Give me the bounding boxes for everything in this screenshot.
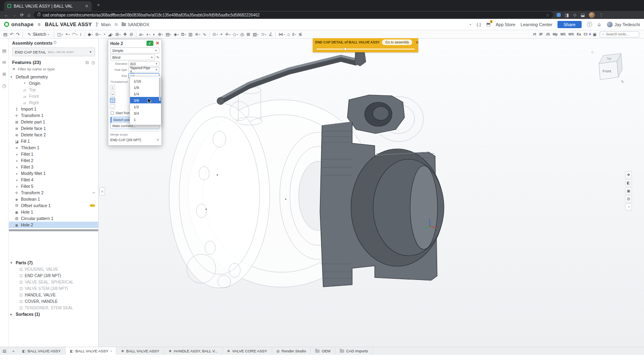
valve-handle[interactable] xyxy=(217,47,366,105)
browser-profile-avatar[interactable] xyxy=(589,12,595,18)
dropdown-scrollbar[interactable] xyxy=(159,78,161,101)
panel-toggle-icon[interactable]: ▤ xyxy=(2,32,8,37)
feature-row[interactable]: ◉Hole 2 xyxy=(9,222,98,228)
hole-profile-tapered-icon[interactable]: ▽ xyxy=(110,98,115,103)
puzzle-extensions-icon[interactable]: ⊹ xyxy=(573,13,576,17)
tool-badge[interactable]: #t xyxy=(533,32,536,36)
updates-icon[interactable]: ⬒1 xyxy=(486,22,490,27)
feature-row[interactable]: ◪Fill 1 xyxy=(9,138,98,144)
view-rotate-icon[interactable]: ↻ xyxy=(621,80,624,84)
outline-icon[interactable]: ▤ xyxy=(2,48,6,53)
element-tab[interactable]: OEM xyxy=(311,347,335,355)
feature-row[interactable]: ✛Transform 2⊸ xyxy=(9,189,98,196)
share-button[interactable]: Share xyxy=(557,21,581,28)
feature-row[interactable]: ▱Right xyxy=(9,99,98,106)
url-field[interactable]: cad.onshape.com/documents/aa368adffbecbe… xyxy=(34,12,553,18)
tool-icon[interactable]: ◔ xyxy=(102,32,106,37)
viewcube-top-label[interactable]: Top xyxy=(607,57,611,60)
home-icon[interactable]: ⌂ xyxy=(27,13,30,17)
feature-row[interactable]: ▾Default geometry xyxy=(9,74,98,80)
tool-icon[interactable]: ◖▾ xyxy=(145,32,151,37)
end-cap-part[interactable] xyxy=(320,95,444,287)
size-option[interactable]: 3/4 xyxy=(130,110,161,116)
element-tab[interactable]: CAD Imports xyxy=(335,347,373,355)
tool-icon[interactable]: ◆▾ xyxy=(87,32,93,37)
tool-icon[interactable]: ⊞▾ xyxy=(115,32,122,37)
automation-icon[interactable]: ▣ xyxy=(593,32,597,37)
remove-icon[interactable]: ✕ xyxy=(156,138,159,142)
tool-icon[interactable]: ⊠ xyxy=(246,32,251,37)
feature-row[interactable]: ↧Import 1 xyxy=(9,106,98,112)
tool-icon[interactable]: ∠ xyxy=(268,32,273,37)
element-tab[interactable]: ◧BALL VALVE ASSY xyxy=(18,347,66,355)
history-icon[interactable]: ◷ xyxy=(2,83,6,88)
go-to-assembly-button[interactable]: Go to assembly xyxy=(382,39,412,45)
tool-icon[interactable]: ⌀▾ xyxy=(138,32,144,37)
tool-icon[interactable]: ⊚▾ xyxy=(94,32,101,37)
hole-termination-select[interactable]: Blind▼ xyxy=(110,54,155,60)
part-row[interactable]: ◫TENSIONER, STEM SEAL xyxy=(9,304,98,311)
size-option[interactable]: 1 xyxy=(130,116,161,123)
size-option[interactable]: 1/2 xyxy=(130,103,161,110)
hole-profile-counterbore-icon[interactable]: ⊔ xyxy=(110,91,115,97)
assembly-context-select[interactable]: END CAP DETAIL BALL VALVE ASSY ▼ xyxy=(12,47,95,56)
feature-row[interactable]: ▱Front xyxy=(9,93,98,99)
tool-icon[interactable]: ❖ xyxy=(122,32,128,37)
feature-row[interactable]: ◖Fillet 3 xyxy=(9,164,98,170)
size-option[interactable]: 3/8 xyxy=(130,97,161,103)
tool-icon[interactable]: ≀ xyxy=(79,32,83,37)
close-tab-icon[interactable]: ✕ xyxy=(85,4,89,9)
add-tab-icon[interactable]: ＋ xyxy=(9,347,18,355)
chevron-down-icon[interactable]: ▾ xyxy=(10,75,14,79)
cancel-button[interactable]: ✕ xyxy=(156,41,159,46)
named-views-icon[interactable]: ⊞ xyxy=(625,195,632,202)
hole-profile-countersink-icon[interactable]: ◡ xyxy=(110,104,115,109)
tool-icon[interactable]: ◇▾ xyxy=(232,32,238,37)
element-tab[interactable]: ◧BALL VALVE ASSY▾ xyxy=(66,347,117,355)
size-option[interactable]: 1/8 xyxy=(130,84,161,90)
hole-style-select[interactable]: Simple▼ xyxy=(110,47,159,53)
ai-assistant-icon[interactable]: ✦ xyxy=(588,32,592,37)
browser-tab[interactable]: BALL VALVE ASSY | BALL VAL ✕ xyxy=(4,1,92,11)
feature-row[interactable]: ⊗Delete face 2 xyxy=(9,132,98,138)
panel-resize-handle[interactable]: ≡ xyxy=(99,187,105,195)
feature-row[interactable]: ◖Fillet 2 xyxy=(9,157,98,164)
graphics-area[interactable]: Front Top ⌂ ↻ xyxy=(99,39,644,347)
accept-button[interactable]: ✓ xyxy=(147,41,153,46)
workspace-selector[interactable]: Main xyxy=(96,22,111,27)
extension-icon[interactable] xyxy=(557,13,561,17)
tool-icon[interactable]: ∿ xyxy=(202,32,207,37)
tool-badge[interactable]: JS xyxy=(546,32,550,36)
feature-row[interactable]: ⌖Origin xyxy=(9,80,98,86)
forward-icon[interactable]: → xyxy=(12,13,17,17)
tool-badge[interactable]: 3F xyxy=(539,32,543,36)
browser-menu-icon[interactable]: ⋮ xyxy=(599,13,603,17)
new-tab-button[interactable]: ＋ xyxy=(96,1,101,8)
app-store-link[interactable]: App Store xyxy=(495,22,515,27)
element-tab[interactable]: ❖VALVE CORE ASSY xyxy=(223,347,272,355)
redo-icon[interactable]: ↷ xyxy=(15,32,21,37)
tool-icon[interactable]: ▧▾ xyxy=(252,32,259,37)
custom-tables-icon[interactable]: ⊞ xyxy=(2,72,6,77)
feature-row[interactable]: ⧉Offset surface 1 xyxy=(9,202,98,209)
filter-list-icon[interactable]: ⊟ xyxy=(85,60,89,65)
performance-icon[interactable]: ◔ xyxy=(469,22,471,27)
tool-icon[interactable]: ✛▾ xyxy=(224,32,231,37)
search-tools-box[interactable]: ⌕ xyxy=(600,31,639,37)
parts-header[interactable]: ▾ Parts (7) xyxy=(9,259,98,266)
element-tab[interactable]: ◍Render Studio xyxy=(272,347,311,355)
help-icon[interactable]: ? xyxy=(587,22,592,27)
tool-icon[interactable]: ◫▾ xyxy=(56,32,64,37)
checkbox[interactable] xyxy=(111,111,114,115)
feature-row[interactable]: ◖Fillet 5 xyxy=(9,183,98,189)
parent-folder-link[interactable]: SANDBOX xyxy=(122,22,149,27)
search-tools-input[interactable] xyxy=(606,32,637,36)
feature-row[interactable]: ✛Transform 1 xyxy=(9,112,98,119)
user-menu[interactable]: Jay Tedeschi xyxy=(607,22,640,27)
size-option[interactable]: 1/16 xyxy=(130,78,161,84)
dev-tools-icon[interactable]: {-} xyxy=(477,22,481,27)
copy-link-icon[interactable]: ⧉ xyxy=(115,22,118,27)
tool-badge[interactable]: MS xyxy=(560,32,566,36)
eyedropper-icon[interactable]: ✎ xyxy=(156,56,159,60)
downloads-icon[interactable]: ⬓ xyxy=(581,13,585,17)
